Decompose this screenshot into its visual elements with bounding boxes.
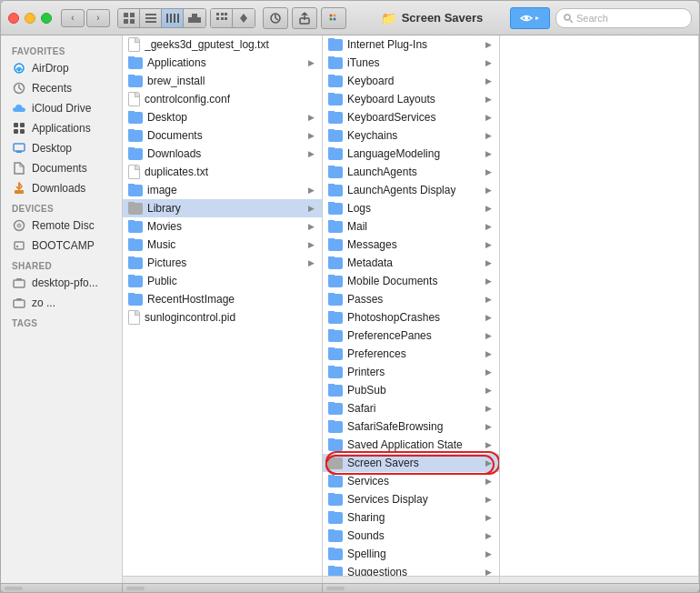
svg-rect-39	[20, 123, 25, 127]
col2-row-11[interactable]: Messages▶	[323, 236, 499, 254]
chevron-icon: ▶	[485, 131, 492, 140]
chevron-icon: ▶	[485, 149, 492, 158]
col1-row-1[interactable]: Applications▶	[123, 54, 322, 72]
share-button[interactable]	[292, 7, 317, 29]
col2-row-22[interactable]: Saved Application State▶	[323, 436, 499, 454]
col1-row-4[interactable]: Desktop▶	[123, 108, 322, 126]
folder-icon	[328, 185, 343, 196]
window-title: Screen Savers	[402, 11, 484, 25]
column-view-button[interactable]	[162, 9, 184, 27]
chevron-icon: ▶	[485, 458, 492, 467]
col2-row-13[interactable]: Mobile Documents▶	[323, 272, 499, 290]
col1-row-13[interactable]: Public	[123, 272, 322, 290]
col2-row-28[interactable]: Spelling▶	[323, 545, 499, 563]
sidebar-item-remote-disc[interactable]: Remote Disc	[5, 216, 118, 236]
col1-row-15[interactable]: sunlogincontrol.pid	[123, 308, 322, 327]
maximize-button[interactable]	[41, 13, 52, 24]
col2-row-26[interactable]: Sharing▶	[323, 508, 499, 527]
cover-flow-button[interactable]	[184, 9, 205, 27]
bottom-bar	[1, 583, 699, 592]
col2-row-6[interactable]: LanguageModeling▶	[323, 145, 499, 163]
tags-label: Tags	[1, 313, 122, 330]
col1-row-9[interactable]: Library▶	[123, 199, 322, 217]
col2-row-7[interactable]: LaunchAgents▶	[323, 163, 499, 181]
sort-button[interactable]	[233, 9, 255, 27]
col1-item-label-4: Desktop	[147, 111, 187, 124]
tag-button[interactable]	[321, 7, 346, 29]
col1-row-0[interactable]: _geeks3d_gputest_log.txt	[123, 35, 322, 54]
chevron-icon: ▶	[308, 58, 315, 67]
folder-icon	[328, 203, 343, 215]
col2-row-9[interactable]: Logs▶	[323, 199, 499, 217]
col1-row-2[interactable]: brew_install	[123, 72, 322, 90]
minimize-button[interactable]	[25, 13, 35, 24]
sidebar-item-recents[interactable]: Recents	[5, 78, 118, 98]
col1-row-7[interactable]: duplicates.txt	[123, 163, 322, 181]
col2-row-14[interactable]: Passes▶	[323, 290, 499, 308]
col2-row-23[interactable]: Screen Savers▶	[323, 454, 499, 472]
col2-row-2[interactable]: Keyboard▶	[323, 72, 499, 90]
action-button[interactable]	[263, 7, 288, 29]
col2-row-25[interactable]: Services Display▶	[323, 490, 499, 508]
downloads-icon	[12, 181, 26, 196]
bootcamp-icon	[12, 238, 26, 253]
sidebar-item-applications[interactable]: Applications	[5, 118, 118, 138]
col2-item-label-22: Saved Application State	[347, 438, 463, 451]
col2-row-1[interactable]: iTunes▶	[323, 54, 499, 72]
forward-button[interactable]: ›	[86, 9, 110, 27]
col1-row-11[interactable]: Music▶	[123, 236, 322, 254]
icon-view-button[interactable]	[118, 9, 140, 27]
col2-row-5[interactable]: Keychains▶	[323, 126, 499, 145]
col2-row-10[interactable]: Mail▶	[323, 217, 499, 236]
col1-row-6[interactable]: Downloads▶	[123, 145, 322, 163]
col2-row-17[interactable]: Preferences▶	[323, 345, 499, 363]
close-button[interactable]	[8, 13, 19, 24]
col2-row-16[interactable]: PreferencePanes▶	[323, 327, 499, 345]
col1-row-12[interactable]: Pictures▶	[123, 254, 322, 272]
col2-row-20[interactable]: Safari▶	[323, 399, 499, 417]
sidebar-item-documents[interactable]: Documents	[5, 158, 118, 178]
col2-item-label-5: Keychains	[347, 129, 397, 142]
col1-row-8[interactable]: image▶	[123, 181, 322, 199]
col2-row-8[interactable]: LaunchAgents Display▶	[323, 181, 499, 199]
col2-row-3[interactable]: Keyboard Layouts▶	[323, 90, 499, 108]
sidebar-item-airdrop[interactable]: AirDrop	[5, 58, 118, 78]
list-view-button[interactable]	[140, 9, 162, 27]
col1-row-10[interactable]: Movies▶	[123, 217, 322, 236]
col1-scrollbar[interactable]	[123, 576, 322, 583]
col2-row-24[interactable]: Services▶	[323, 472, 499, 490]
col2-row-15[interactable]: PhotoshopCrashes▶	[323, 308, 499, 327]
col2-row-4[interactable]: KeyboardServices▶	[323, 108, 499, 126]
grid-view-button[interactable]	[211, 9, 233, 27]
col2-row-18[interactable]: Printers▶	[323, 363, 499, 381]
search-box[interactable]: Search	[555, 8, 692, 28]
col1-item-label-10: Movies	[147, 220, 182, 233]
svg-rect-43	[16, 151, 22, 153]
svg-marker-47	[16, 187, 22, 190]
col2-row-21[interactable]: SafariSafeBrowsing▶	[323, 417, 499, 436]
svg-rect-54	[16, 278, 22, 280]
sidebar-item-bootcamp[interactable]: BOOTCAMP	[5, 236, 118, 256]
eye-button[interactable]	[510, 7, 550, 29]
nav-buttons: ‹ ›	[61, 9, 110, 27]
col2-row-12[interactable]: Metadata▶	[323, 254, 499, 272]
col3-scrollbar[interactable]	[500, 576, 698, 583]
col2-scrollbar[interactable]	[323, 576, 499, 583]
back-button[interactable]: ‹	[61, 9, 85, 27]
sidebar-item-desktop-pfo[interactable]: desktop-pfo...	[5, 273, 118, 293]
col1-row-14[interactable]: RecentHostImage	[123, 290, 322, 308]
col2-item-label-28: Spelling	[347, 548, 386, 560]
folder-icon	[328, 367, 343, 378]
col2-row-27[interactable]: Sounds▶	[323, 527, 499, 545]
col1-row-5[interactable]: Documents▶	[123, 126, 322, 145]
sidebar-item-zo[interactable]: zo ...	[5, 293, 118, 313]
folder-icon	[128, 57, 143, 69]
folder-icon	[328, 130, 343, 142]
sidebar-item-icloud[interactable]: iCloud Drive	[5, 98, 118, 118]
sidebar-item-downloads[interactable]: Downloads	[5, 178, 118, 198]
sidebar-item-desktop[interactable]: Desktop	[5, 138, 118, 158]
col2-row-0[interactable]: Internet Plug-Ins▶	[323, 35, 499, 54]
col1-row-3[interactable]: controlconfig.conf	[123, 90, 322, 108]
col1-item-label-0: _geeks3d_gputest_log.txt	[145, 38, 269, 51]
col2-row-19[interactable]: PubSub▶	[323, 381, 499, 399]
